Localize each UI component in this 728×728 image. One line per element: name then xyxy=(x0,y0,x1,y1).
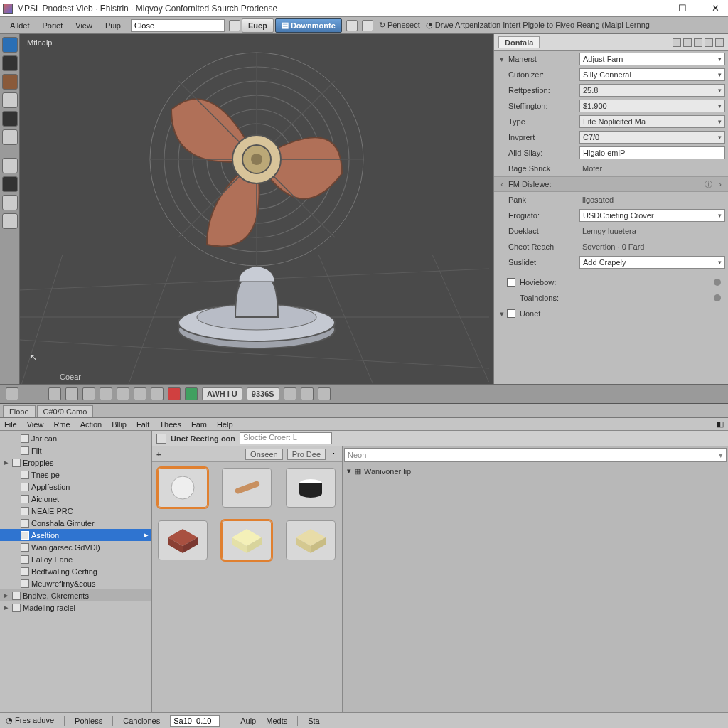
toolbar-icon-1[interactable] xyxy=(346,20,358,31)
menu-puip[interactable]: Puip xyxy=(100,20,127,31)
tool-9[interactable] xyxy=(2,195,18,210)
chevron-right-icon[interactable]: › xyxy=(715,180,725,188)
smenu-view[interactable]: View xyxy=(27,420,44,429)
smenu-close-icon[interactable]: ◧ xyxy=(717,419,724,429)
asset-btn-1[interactable]: Onseen xyxy=(245,449,283,460)
asset-icon[interactable] xyxy=(156,434,166,444)
check-toalnclons[interactable]: Toalnclons: xyxy=(494,290,728,306)
status-3[interactable]: Canciones xyxy=(123,717,160,725)
props-section[interactable]: ‹ FM Dislewe: ⓘ › xyxy=(494,176,728,192)
tree-item[interactable]: ▸Bndive, Ckrements xyxy=(0,589,151,601)
smenu-help[interactable]: Help xyxy=(217,420,233,429)
props-header-icons[interactable] xyxy=(673,38,724,47)
props-tab[interactable]: Dontaia xyxy=(498,36,540,48)
thumb-6[interactable] xyxy=(286,520,336,560)
tree-item[interactable]: Filt xyxy=(0,444,151,456)
chevron-icon[interactable]: ▾ xyxy=(497,55,507,64)
mid-text-2[interactable]: 9336S xyxy=(247,387,279,400)
menu-aildet[interactable]: Aildet xyxy=(4,20,36,31)
tree-item[interactable]: Aseltion▸ xyxy=(0,529,151,541)
menu-poriet[interactable]: Poriet xyxy=(37,20,69,31)
downmonte-button[interactable]: ▤Downmonte xyxy=(275,18,342,33)
tree-twisty-icon[interactable]: ▸ xyxy=(3,591,10,600)
status-1[interactable]: ◔ Fres aduve xyxy=(6,716,54,725)
asset-btn-2[interactable]: Pro Dee xyxy=(287,449,326,460)
mid-ico-2[interactable] xyxy=(48,387,61,400)
tree-item[interactable]: ▸Madeling raclel xyxy=(0,601,151,614)
smenu-action[interactable]: Action xyxy=(80,420,102,429)
mid-ico-red[interactable] xyxy=(168,387,181,400)
mid-ico-6[interactable] xyxy=(117,387,129,400)
prop-select[interactable]: 25.8▾ xyxy=(579,84,725,97)
smenu-thees[interactable]: Thees xyxy=(159,420,181,429)
detail-item[interactable]: ▾▦Wanivoner lip xyxy=(343,464,728,478)
tree-item[interactable]: NEAlE PRC xyxy=(0,505,151,517)
status-2[interactable]: Pohless xyxy=(75,717,102,725)
tree-twisty-icon[interactable]: ▸ xyxy=(3,603,10,612)
tool-10[interactable] xyxy=(2,213,18,229)
dropdown-icon[interactable] xyxy=(229,20,240,31)
tree-item[interactable]: Wanlgarsec GdVDl) xyxy=(0,541,151,553)
mid-ico-green[interactable] xyxy=(185,387,198,400)
tree-item[interactable]: Tnes pe xyxy=(0,469,151,481)
check-uonet[interactable]: ▾Uonet xyxy=(494,306,728,321)
smenu-rme[interactable]: Rme xyxy=(53,420,70,429)
mid-ico-5[interactable] xyxy=(100,387,112,400)
tool-6[interactable] xyxy=(2,129,18,145)
mid-ico-3[interactable] xyxy=(65,387,78,400)
chevron-down-icon[interactable]: ▾ xyxy=(497,309,507,318)
panel-icon-2[interactable] xyxy=(704,407,714,417)
status-5[interactable]: Medts xyxy=(266,717,287,725)
prop-select[interactable]: Slliy Conneral▾ xyxy=(579,68,725,81)
tree-twisty-icon[interactable]: ▸ xyxy=(3,458,10,467)
prop-select[interactable]: Adjust Farn▾ xyxy=(579,53,725,65)
panel-icon-3[interactable] xyxy=(715,407,725,417)
tree-item[interactable]: Aiclonet xyxy=(0,493,151,505)
tree-item[interactable]: Applfestion xyxy=(0,481,151,493)
tree-item[interactable]: Conshala Gimuter xyxy=(0,517,151,529)
tool-2[interactable] xyxy=(2,55,18,71)
status-4[interactable]: Auip xyxy=(240,717,256,725)
thumb-3[interactable] xyxy=(286,468,336,508)
tool-3[interactable] xyxy=(2,74,18,90)
smenu-fam[interactable]: Fam xyxy=(191,420,207,429)
prop-select[interactable]: Fite Noplicited Ma▾ xyxy=(579,115,725,128)
dropdown-icon[interactable]: ▾ xyxy=(719,451,723,460)
prop-select[interactable]: $1.900▾ xyxy=(579,100,725,112)
asset-search[interactable]: Sloctie Croer: L xyxy=(240,432,332,444)
tree-item[interactable]: Bedtwaling Gerting xyxy=(0,565,151,577)
tool-7[interactable] xyxy=(2,158,18,173)
search-icon[interactable] xyxy=(362,20,373,31)
mid-ico-8[interactable] xyxy=(151,387,164,400)
panel-icon-1[interactable] xyxy=(692,407,702,417)
smenu-falt[interactable]: Falt xyxy=(136,420,149,429)
add-button[interactable]: + xyxy=(156,450,168,459)
menu-view[interactable]: View xyxy=(70,20,98,31)
detail-search[interactable]: Neon▾ xyxy=(344,448,727,462)
tool-1[interactable] xyxy=(2,37,18,53)
tab-flobe[interactable]: Flobe xyxy=(3,405,36,417)
mid-ico-11[interactable] xyxy=(318,387,331,400)
mid-ico-7[interactable] xyxy=(134,387,146,400)
tool-4[interactable] xyxy=(2,92,18,108)
tree-item[interactable]: Falloy Eane xyxy=(0,553,151,565)
viewport-3d[interactable]: Mtinalp xyxy=(20,34,493,384)
maximize-button[interactable]: ☐ xyxy=(673,1,692,16)
tool-5[interactable] xyxy=(2,111,18,127)
tree-item[interactable]: Jar can xyxy=(0,432,151,444)
prop-select[interactable]: C7/0▾ xyxy=(579,131,725,144)
mid-text-1[interactable]: AWH I U xyxy=(202,387,242,400)
prop-input[interactable]: Higalo emlP xyxy=(579,146,725,159)
mid-ico-10[interactable] xyxy=(301,387,314,400)
eucp-button[interactable]: Eucp xyxy=(242,18,274,33)
chevron-left-icon[interactable]: ‹ xyxy=(497,180,507,188)
tree-view[interactable]: Jar canFilt▸EropplesTnes peApplfestionAi… xyxy=(0,431,152,712)
tab-camo[interactable]: C#0/0 Camo xyxy=(37,405,94,417)
thumb-5[interactable] xyxy=(222,520,272,560)
tool-8[interactable] xyxy=(2,176,18,192)
thumb-1[interactable] xyxy=(158,468,208,508)
prop-select[interactable]: Add Crapely▾ xyxy=(579,256,725,269)
penesect-label[interactable]: ↻ Penesect xyxy=(379,21,420,30)
mid-ico-4[interactable] xyxy=(82,387,95,400)
check-hoviebow[interactable]: Hoviebow: xyxy=(494,274,728,290)
